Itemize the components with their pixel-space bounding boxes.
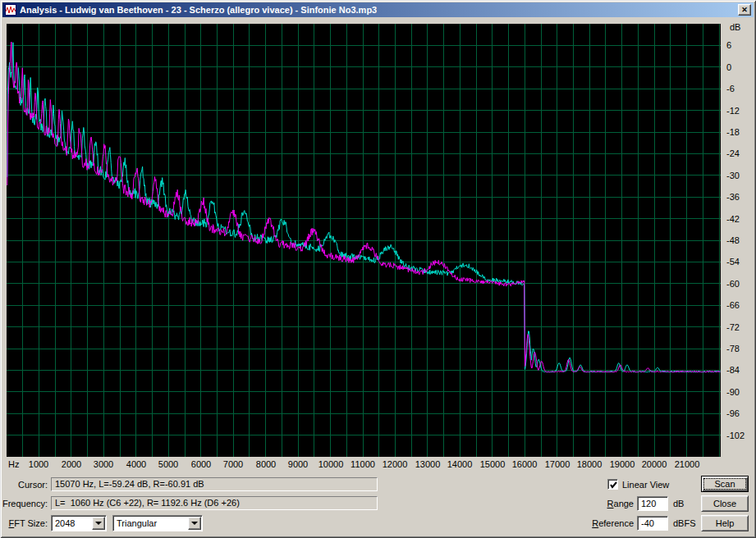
y-tick-label: -24 (726, 148, 740, 158)
y-axis: dB60-6-12-18-24-30-36-42-48-54-60-66-72-… (726, 24, 754, 462)
x-tick-label: 21000 (675, 459, 700, 469)
x-tick-label: 19000 (610, 459, 635, 469)
range-label: Range (583, 499, 634, 508)
x-axis-unit: Hz (8, 459, 19, 469)
frequency-label: Frequency: (2, 499, 48, 508)
x-tick-label: 8000 (256, 459, 276, 469)
fft-size-select[interactable]: 2048 (51, 515, 107, 531)
reference-label-mnemonic: R (592, 518, 598, 528)
cursor-label: Cursor: (2, 480, 48, 490)
y-tick-label: -90 (726, 387, 740, 397)
fft-size-dropdown-button[interactable] (92, 517, 105, 530)
x-tick-label: 9000 (288, 459, 308, 469)
fft-size-value: 2048 (52, 518, 92, 528)
x-tick-label: 10000 (318, 459, 344, 469)
y-tick-label: -54 (726, 257, 740, 267)
close-action-button[interactable]: Close (701, 495, 749, 512)
y-tick-label: -72 (726, 322, 740, 332)
fft-size-label-text: FT Size: (14, 518, 48, 528)
x-tick-label: 1000 (29, 459, 48, 469)
app-icon (5, 4, 16, 16)
y-axis-unit: dB (730, 22, 740, 32)
x-tick-label: 5000 (158, 459, 178, 469)
frequency-value-field: L= 1060 Hz (C6 +22), R= 1192.6 Hz (D6 +2… (51, 496, 378, 510)
spectrum-plot[interactable] (7, 24, 721, 457)
x-tick-label: 4000 (126, 459, 146, 469)
fft-window-select[interactable]: Triangular (112, 515, 203, 531)
y-tick-label: -84 (726, 365, 740, 375)
x-tick-label: 6000 (191, 459, 211, 469)
x-tick-label: 20000 (642, 459, 667, 469)
x-tick-label: 3000 (94, 459, 113, 469)
y-tick-label: -36 (726, 192, 740, 202)
x-tick-label: 13000 (415, 459, 441, 469)
x-tick-label: 11000 (351, 459, 375, 469)
linear-view-label: Linear View (622, 480, 669, 490)
reference-unit-label: dBFS (673, 518, 696, 528)
close-icon: ✕ (741, 6, 748, 14)
fft-window-value: Triangular (113, 518, 188, 528)
x-axis: Hz10002000300040005000600070008000900010… (7, 459, 749, 471)
y-tick-label: -48 (726, 235, 740, 245)
reference-label: Reference (583, 518, 634, 528)
cursor-value-field: 15070 Hz, L=-59.24 dB, R=-60.91 dB (51, 477, 378, 491)
y-tick-label: -12 (726, 106, 740, 116)
x-tick-label: 16000 (512, 459, 538, 469)
titlebar[interactable]: Analysis - Ludwig van Beethoven - 23 - S… (2, 2, 754, 17)
scan-button[interactable]: Scan (701, 476, 749, 492)
help-button[interactable]: Help (701, 515, 749, 531)
x-tick-label: 12000 (383, 459, 408, 469)
x-tick-label: 14000 (447, 459, 473, 469)
chevron-down-icon (191, 522, 198, 528)
range-label-text: ange (614, 499, 634, 508)
x-tick-label: 7000 (223, 459, 243, 469)
fft-window-dropdown-button[interactable] (188, 517, 201, 530)
x-tick-label: 15000 (480, 459, 506, 469)
range-label-mnemonic: R (607, 499, 614, 508)
y-tick-label: -96 (726, 408, 740, 418)
range-unit-label: dB (673, 499, 684, 508)
reference-input[interactable] (637, 516, 668, 531)
x-tick-label: 18000 (577, 459, 603, 469)
y-tick-label: 6 (726, 40, 731, 50)
reference-label-text: eference (598, 518, 634, 528)
checkmark-icon (609, 481, 618, 490)
y-tick-label: -102 (726, 431, 745, 440)
y-tick-label: -78 (726, 344, 740, 353)
chevron-down-icon (95, 522, 102, 528)
y-tick-label: -18 (726, 127, 740, 137)
y-tick-label: -60 (726, 279, 740, 289)
x-tick-label: 2000 (62, 459, 81, 469)
linear-view-checkbox[interactable] (607, 479, 618, 490)
spectrum-svg (7, 24, 721, 457)
close-button[interactable]: ✕ (738, 4, 751, 16)
y-tick-label: -6 (726, 84, 735, 93)
x-tick-label: 17000 (545, 459, 570, 469)
range-input[interactable] (637, 496, 668, 511)
window-title: Analysis - Ludwig van Beethoven - 23 - S… (20, 5, 377, 15)
y-tick-label: 0 (726, 62, 731, 72)
analysis-window: Analysis - Ludwig van Beethoven - 23 - S… (0, 0, 756, 538)
fft-size-label: FFT Size: (2, 518, 48, 528)
y-tick-label: -42 (726, 214, 740, 224)
y-tick-label: -30 (726, 171, 740, 180)
y-tick-label: -66 (726, 300, 740, 310)
